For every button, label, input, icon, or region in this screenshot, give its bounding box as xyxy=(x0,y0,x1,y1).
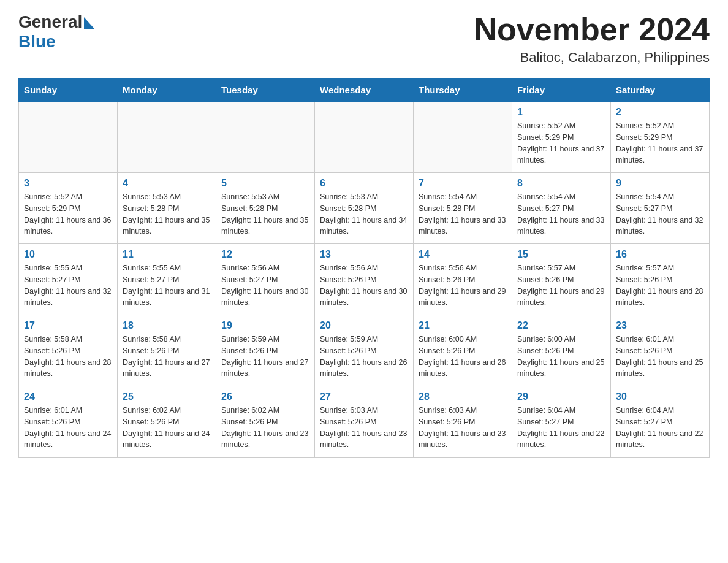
day-number: 16 xyxy=(616,249,704,260)
day-info: Sunrise: 5:59 AMSunset: 5:26 PMDaylight:… xyxy=(320,334,408,380)
page-header: General Blue November 2024 Balitoc, Cala… xyxy=(18,12,710,66)
day-info: Sunrise: 6:04 AMSunset: 5:27 PMDaylight:… xyxy=(616,405,704,451)
header-day-friday: Friday xyxy=(512,79,611,102)
day-number: 7 xyxy=(419,178,507,189)
day-number: 29 xyxy=(517,391,605,402)
day-number: 1 xyxy=(517,107,605,118)
calendar-cell xyxy=(118,102,216,173)
day-info: Sunrise: 6:01 AMSunset: 5:26 PMDaylight:… xyxy=(616,334,704,380)
calendar-cell xyxy=(19,102,118,173)
day-info: Sunrise: 6:03 AMSunset: 5:26 PMDaylight:… xyxy=(320,405,408,451)
calendar-cell: 4Sunrise: 5:53 AMSunset: 5:28 PMDaylight… xyxy=(118,173,216,244)
day-number: 2 xyxy=(616,107,704,118)
calendar-cell: 8Sunrise: 5:54 AMSunset: 5:27 PMDaylight… xyxy=(512,173,611,244)
calendar-week-row: 10Sunrise: 5:55 AMSunset: 5:27 PMDayligh… xyxy=(19,244,710,315)
logo-triangle-icon xyxy=(84,17,95,29)
day-info: Sunrise: 5:54 AMSunset: 5:27 PMDaylight:… xyxy=(616,191,704,237)
day-info: Sunrise: 5:58 AMSunset: 5:26 PMDaylight:… xyxy=(123,334,211,380)
calendar-cell: 11Sunrise: 5:55 AMSunset: 5:27 PMDayligh… xyxy=(118,244,216,315)
day-number: 11 xyxy=(123,249,211,260)
day-number: 27 xyxy=(320,391,408,402)
calendar-week-row: 17Sunrise: 5:58 AMSunset: 5:26 PMDayligh… xyxy=(19,315,710,386)
day-info: Sunrise: 5:56 AMSunset: 5:27 PMDaylight:… xyxy=(221,262,309,308)
calendar-week-row: 1Sunrise: 5:52 AMSunset: 5:29 PMDaylight… xyxy=(19,102,710,173)
day-info: Sunrise: 6:02 AMSunset: 5:26 PMDaylight:… xyxy=(123,405,211,451)
calendar-cell: 21Sunrise: 6:00 AMSunset: 5:26 PMDayligh… xyxy=(414,315,512,386)
calendar-cell: 20Sunrise: 5:59 AMSunset: 5:26 PMDayligh… xyxy=(315,315,414,386)
day-info: Sunrise: 5:54 AMSunset: 5:28 PMDaylight:… xyxy=(419,191,507,237)
calendar-body: 1Sunrise: 5:52 AMSunset: 5:29 PMDaylight… xyxy=(19,102,710,458)
day-number: 30 xyxy=(616,391,704,402)
calendar-cell: 12Sunrise: 5:56 AMSunset: 5:27 PMDayligh… xyxy=(216,244,315,315)
calendar-cell: 29Sunrise: 6:04 AMSunset: 5:27 PMDayligh… xyxy=(512,386,611,458)
day-info: Sunrise: 5:57 AMSunset: 5:26 PMDaylight:… xyxy=(517,262,605,308)
calendar-cell: 3Sunrise: 5:52 AMSunset: 5:29 PMDaylight… xyxy=(19,173,118,244)
calendar-cell: 22Sunrise: 6:00 AMSunset: 5:26 PMDayligh… xyxy=(512,315,611,386)
calendar-cell xyxy=(216,102,315,173)
day-number: 4 xyxy=(123,178,211,189)
calendar-cell: 28Sunrise: 6:03 AMSunset: 5:26 PMDayligh… xyxy=(414,386,512,458)
calendar-week-row: 24Sunrise: 6:01 AMSunset: 5:26 PMDayligh… xyxy=(19,386,710,458)
calendar-cell: 9Sunrise: 5:54 AMSunset: 5:27 PMDaylight… xyxy=(611,173,710,244)
day-number: 10 xyxy=(24,249,112,260)
calendar-cell: 26Sunrise: 6:02 AMSunset: 5:26 PMDayligh… xyxy=(216,386,315,458)
calendar-cell: 6Sunrise: 5:53 AMSunset: 5:28 PMDaylight… xyxy=(315,173,414,244)
calendar-table: SundayMondayTuesdayWednesdayThursdayFrid… xyxy=(18,78,710,458)
calendar-cell: 27Sunrise: 6:03 AMSunset: 5:26 PMDayligh… xyxy=(315,386,414,458)
day-info: Sunrise: 5:58 AMSunset: 5:26 PMDaylight:… xyxy=(24,334,112,380)
calendar-cell: 17Sunrise: 5:58 AMSunset: 5:26 PMDayligh… xyxy=(19,315,118,386)
day-info: Sunrise: 5:52 AMSunset: 5:29 PMDaylight:… xyxy=(517,120,605,166)
day-info: Sunrise: 6:03 AMSunset: 5:26 PMDaylight:… xyxy=(419,405,507,451)
day-info: Sunrise: 6:04 AMSunset: 5:27 PMDaylight:… xyxy=(517,405,605,451)
calendar-cell: 14Sunrise: 5:56 AMSunset: 5:26 PMDayligh… xyxy=(414,244,512,315)
day-number: 21 xyxy=(419,320,507,331)
calendar-cell: 24Sunrise: 6:01 AMSunset: 5:26 PMDayligh… xyxy=(19,386,118,458)
day-number: 17 xyxy=(24,320,112,331)
logo: General Blue xyxy=(18,12,95,52)
day-number: 24 xyxy=(24,391,112,402)
calendar-header-row: SundayMondayTuesdayWednesdayThursdayFrid… xyxy=(19,79,710,102)
day-info: Sunrise: 6:00 AMSunset: 5:26 PMDaylight:… xyxy=(517,334,605,380)
day-number: 28 xyxy=(419,391,507,402)
day-info: Sunrise: 5:57 AMSunset: 5:26 PMDaylight:… xyxy=(616,262,704,308)
logo-icon: General xyxy=(18,12,95,32)
day-info: Sunrise: 5:54 AMSunset: 5:27 PMDaylight:… xyxy=(517,191,605,237)
day-info: Sunrise: 5:52 AMSunset: 5:29 PMDaylight:… xyxy=(616,120,704,166)
calendar-cell: 23Sunrise: 6:01 AMSunset: 5:26 PMDayligh… xyxy=(611,315,710,386)
day-info: Sunrise: 5:53 AMSunset: 5:28 PMDaylight:… xyxy=(221,191,309,237)
day-info: Sunrise: 5:52 AMSunset: 5:29 PMDaylight:… xyxy=(24,191,112,237)
calendar-cell: 25Sunrise: 6:02 AMSunset: 5:26 PMDayligh… xyxy=(118,386,216,458)
day-number: 20 xyxy=(320,320,408,331)
title-area: November 2024 Balitoc, Calabarzon, Phili… xyxy=(474,12,710,66)
day-number: 6 xyxy=(320,178,408,189)
day-number: 25 xyxy=(123,391,211,402)
calendar-cell: 7Sunrise: 5:54 AMSunset: 5:28 PMDaylight… xyxy=(414,173,512,244)
day-number: 8 xyxy=(517,178,605,189)
calendar-cell: 10Sunrise: 5:55 AMSunset: 5:27 PMDayligh… xyxy=(19,244,118,315)
day-info: Sunrise: 5:56 AMSunset: 5:26 PMDaylight:… xyxy=(320,262,408,308)
calendar-cell: 19Sunrise: 5:59 AMSunset: 5:26 PMDayligh… xyxy=(216,315,315,386)
calendar-cell: 15Sunrise: 5:57 AMSunset: 5:26 PMDayligh… xyxy=(512,244,611,315)
day-number: 23 xyxy=(616,320,704,331)
page-title: November 2024 xyxy=(474,12,710,47)
day-number: 12 xyxy=(221,249,309,260)
header-day-saturday: Saturday xyxy=(611,79,710,102)
day-info: Sunrise: 6:00 AMSunset: 5:26 PMDaylight:… xyxy=(419,334,507,380)
calendar-week-row: 3Sunrise: 5:52 AMSunset: 5:29 PMDaylight… xyxy=(19,173,710,244)
day-number: 13 xyxy=(320,249,408,260)
day-number: 26 xyxy=(221,391,309,402)
day-number: 14 xyxy=(419,249,507,260)
day-info: Sunrise: 6:01 AMSunset: 5:26 PMDaylight:… xyxy=(24,405,112,451)
day-info: Sunrise: 5:55 AMSunset: 5:27 PMDaylight:… xyxy=(123,262,211,308)
calendar-cell: 18Sunrise: 5:58 AMSunset: 5:26 PMDayligh… xyxy=(118,315,216,386)
page-subtitle: Balitoc, Calabarzon, Philippines xyxy=(474,50,710,66)
day-info: Sunrise: 5:53 AMSunset: 5:28 PMDaylight:… xyxy=(320,191,408,237)
day-number: 3 xyxy=(24,178,112,189)
header-day-sunday: Sunday xyxy=(19,79,118,102)
calendar-cell: 1Sunrise: 5:52 AMSunset: 5:29 PMDaylight… xyxy=(512,102,611,173)
day-number: 22 xyxy=(517,320,605,331)
calendar-cell: 13Sunrise: 5:56 AMSunset: 5:26 PMDayligh… xyxy=(315,244,414,315)
day-info: Sunrise: 5:56 AMSunset: 5:26 PMDaylight:… xyxy=(419,262,507,308)
calendar-cell: 30Sunrise: 6:04 AMSunset: 5:27 PMDayligh… xyxy=(611,386,710,458)
logo-blue-text: Blue xyxy=(18,32,56,52)
